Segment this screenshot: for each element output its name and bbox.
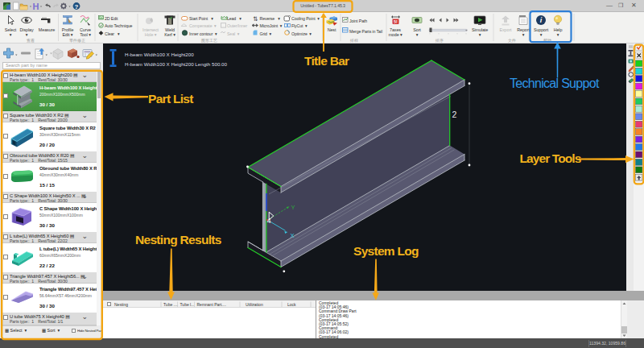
svg-text:System Log: System Log: [353, 244, 419, 258]
svg-text:X: X: [291, 232, 295, 239]
svg-text:Layer Tools: Layer Tools: [520, 151, 581, 165]
svg-text:4: 4: [267, 217, 271, 225]
svg-text:Technical Suppot: Technical Suppot: [510, 77, 600, 90]
svg-text:Nesting Results: Nesting Results: [135, 233, 221, 246]
svg-text:Y: Y: [291, 204, 295, 211]
svg-text:Part List: Part List: [148, 92, 193, 106]
svg-text:2: 2: [452, 110, 457, 119]
svg-text:Title Bar: Title Bar: [304, 54, 349, 68]
